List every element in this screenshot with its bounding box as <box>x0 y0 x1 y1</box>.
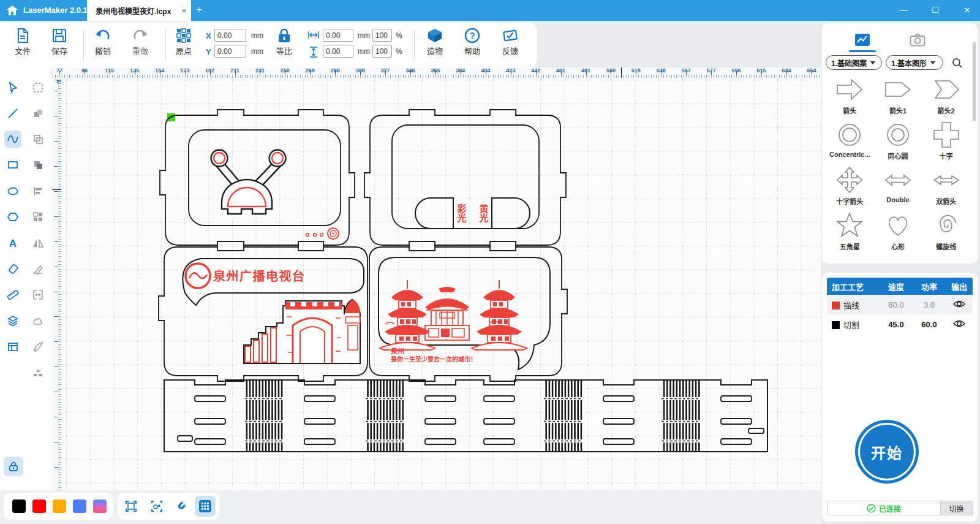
home-icon[interactable] <box>5 3 20 18</box>
gallery-scrollbar[interactable] <box>973 42 976 121</box>
select-tool[interactable] <box>4 79 21 96</box>
window-maximize-button[interactable]: ☐ <box>923 0 948 21</box>
tab-camera[interactable] <box>905 29 930 50</box>
shape-double-arrow2[interactable]: 双箭头 <box>922 165 970 206</box>
process-table-header: 加工工艺 速度 功率 输出 <box>827 278 973 295</box>
process-row-cut[interactable]: 切割 45.0 60.0 <box>827 314 973 334</box>
mirror-tool[interactable] <box>29 235 47 252</box>
shape-spiral[interactable]: 螺旋线 <box>922 211 970 251</box>
label-color-light: 彩光 <box>456 203 467 223</box>
origin-button[interactable]: 原点 <box>170 28 198 56</box>
ruler-top-label: 442 <box>531 67 540 74</box>
shape-concentric[interactable]: Concentric... <box>826 120 874 161</box>
document-tab-title: 泉州电视模型夜灯.lcpx <box>96 6 178 16</box>
category-dropdown-1[interactable]: 1.基础图案 <box>826 55 882 70</box>
category-dropdown-2[interactable]: 1.基本图形 <box>886 55 943 70</box>
cut-power[interactable]: 60.0 <box>913 320 946 329</box>
marquee-tool[interactable] <box>29 79 47 96</box>
swatch-blue[interactable] <box>73 499 86 513</box>
ruler-tool[interactable] <box>4 286 21 303</box>
cloud-tool[interactable] <box>29 313 47 330</box>
shape-concentric-circle[interactable]: 同心圆 <box>874 120 922 161</box>
cut-output-toggle[interactable] <box>946 319 973 330</box>
intersect-tool[interactable] <box>29 156 47 173</box>
swatch-gradient[interactable] <box>93 499 107 513</box>
new-tab-icon[interactable]: + <box>196 4 202 15</box>
tiles-tool[interactable] <box>29 208 47 226</box>
process-row-engrave[interactable]: 描线 80.0 3.0 <box>827 295 973 314</box>
swatch-red[interactable] <box>32 499 46 513</box>
create-button[interactable]: 造物 <box>421 28 449 56</box>
window-minimize-button[interactable]: — <box>891 0 916 21</box>
help-button[interactable]: ? 帮助 <box>458 28 486 56</box>
polygon-tool[interactable] <box>4 208 21 226</box>
union-tool[interactable] <box>29 105 47 122</box>
width-unit: mm <box>358 31 370 40</box>
magnet-snap-icon[interactable] <box>173 498 190 515</box>
undo-button[interactable]: 撤销 <box>89 28 117 56</box>
engrave-speed[interactable]: 80.0 <box>880 300 913 309</box>
measure-pen-tool[interactable] <box>29 260 47 278</box>
eraser-tool[interactable] <box>4 260 21 278</box>
engrave-output-toggle[interactable] <box>946 300 973 310</box>
frame-select-icon[interactable] <box>123 498 140 515</box>
redo-button[interactable]: 重做 <box>126 28 154 56</box>
search-icon[interactable] <box>952 58 963 69</box>
shape-cross[interactable]: 十字 <box>922 120 970 161</box>
width-input[interactable] <box>323 29 353 42</box>
ellipse-tool[interactable] <box>4 183 21 200</box>
start-button[interactable]: 开始 <box>860 425 914 479</box>
ratio-lock-button[interactable]: 等比 <box>270 28 298 56</box>
shape-arrow1[interactable]: 箭头1 <box>874 75 922 115</box>
shape-star[interactable]: 五角星 <box>826 211 874 251</box>
pen-nib-tool[interactable] <box>29 338 47 355</box>
x-input[interactable] <box>214 29 246 42</box>
cut-color-swatch[interactable] <box>832 321 840 329</box>
text-tool[interactable]: A <box>4 235 21 252</box>
width-percent-input[interactable] <box>372 29 392 42</box>
cut-speed[interactable]: 45.0 <box>880 320 913 329</box>
redo-icon <box>132 28 149 44</box>
ruler-top-label: 461 <box>556 67 565 74</box>
break-apart-tool[interactable] <box>29 364 47 381</box>
shape-heart[interactable]: 心形 <box>874 211 922 251</box>
subtract-tool[interactable] <box>29 131 47 148</box>
ruler-top-label: 211 <box>230 67 239 74</box>
ruler-top-label: 135 <box>130 67 139 74</box>
file-button[interactable]: 文件 <box>9 28 37 56</box>
window-close-button[interactable]: ✕ <box>955 0 979 21</box>
ruler-top-label: 615 <box>757 67 766 74</box>
curve-tool[interactable] <box>4 131 21 148</box>
height-input[interactable] <box>323 45 353 58</box>
tab-close-icon[interactable]: × <box>181 6 186 15</box>
caption-slogan: 是你一生至少要去一次的城市！ <box>390 355 477 363</box>
document-tab[interactable]: 泉州电视模型夜灯.lcpx × <box>87 0 191 21</box>
swatch-orange[interactable] <box>53 499 66 513</box>
ruler-top-label: 288 <box>331 67 340 74</box>
layout-table-tool[interactable] <box>4 338 21 355</box>
layers-tool[interactable] <box>4 313 21 330</box>
line-tool[interactable] <box>4 105 21 122</box>
shape-arrow2[interactable]: 箭头2 <box>922 75 970 115</box>
engrave-power[interactable]: 3.0 <box>913 300 946 309</box>
shape-double-arrow[interactable]: Double <box>874 165 922 206</box>
y-input[interactable] <box>214 45 246 58</box>
ruler-horizontal: 7796115135154173192211231250269288308327… <box>52 67 821 78</box>
tab-gallery[interactable] <box>850 29 875 50</box>
shape-cross-arrow[interactable]: 十字箭头 <box>826 165 874 206</box>
save-button[interactable]: 保存 <box>45 28 74 56</box>
fit-view-icon[interactable] <box>148 498 165 515</box>
canvas-lock-button[interactable] <box>4 457 23 476</box>
eye-icon <box>953 300 965 308</box>
feedback-button[interactable]: 反馈 <box>496 28 524 56</box>
switch-device-button[interactable]: 切换 <box>941 501 973 515</box>
design-canvas[interactable]: 彩光 黄光 泉州广播电视台 <box>61 78 821 490</box>
grid-toggle-icon[interactable] <box>195 496 216 517</box>
split-frame-tool[interactable] <box>29 286 47 303</box>
swatch-black[interactable] <box>12 499 26 513</box>
height-percent-input[interactable] <box>372 45 392 58</box>
shape-arrow[interactable]: 箭头 <box>826 75 874 115</box>
align-tool[interactable] <box>29 183 47 200</box>
engrave-color-swatch[interactable] <box>832 302 840 309</box>
rectangle-tool[interactable] <box>4 156 21 173</box>
